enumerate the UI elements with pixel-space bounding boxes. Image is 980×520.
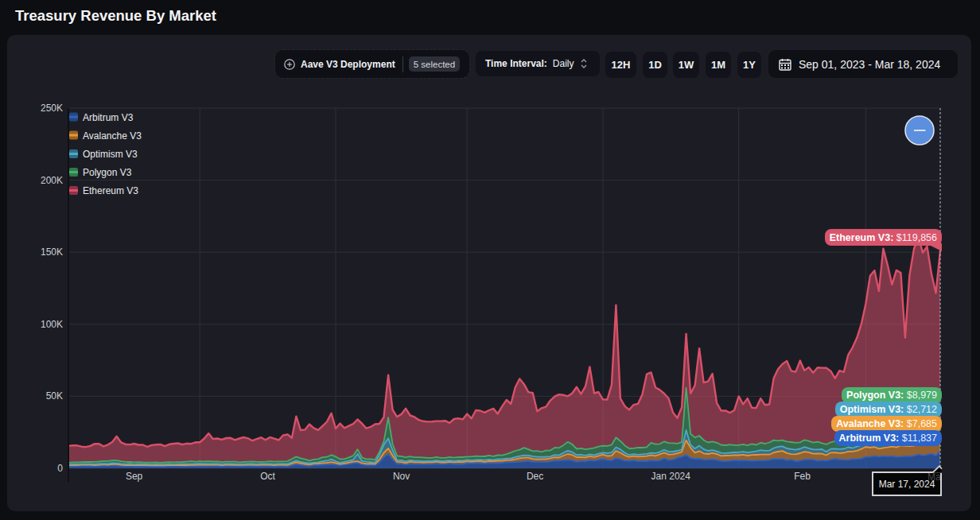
svg-text:Avalanche V3: Avalanche V3 <box>83 130 142 142</box>
svg-text:0: 0 <box>57 463 63 474</box>
svg-text:Polygon V3: Polygon V3 <box>83 167 132 178</box>
svg-text:250K: 250K <box>41 103 63 114</box>
svg-text:Arbitrum V3: Arbitrum V3 <box>83 112 134 123</box>
svg-text:50K: 50K <box>46 390 63 402</box>
svg-text:Jan 2024: Jan 2024 <box>651 471 691 482</box>
svg-text:Ethereum V3: Ethereum V3 <box>83 185 138 196</box>
svg-text:Optimism V3: Optimism V3 <box>83 149 138 160</box>
svg-text:Dec: Dec <box>527 471 543 482</box>
svg-text:Feb: Feb <box>794 471 811 482</box>
svg-text:150K: 150K <box>41 246 63 258</box>
svg-text:100K: 100K <box>41 319 63 330</box>
svg-text:200K: 200K <box>41 175 63 186</box>
svg-text:Sep: Sep <box>126 471 143 482</box>
svg-text:Oct: Oct <box>260 471 275 482</box>
svg-text:Nov: Nov <box>393 471 410 482</box>
